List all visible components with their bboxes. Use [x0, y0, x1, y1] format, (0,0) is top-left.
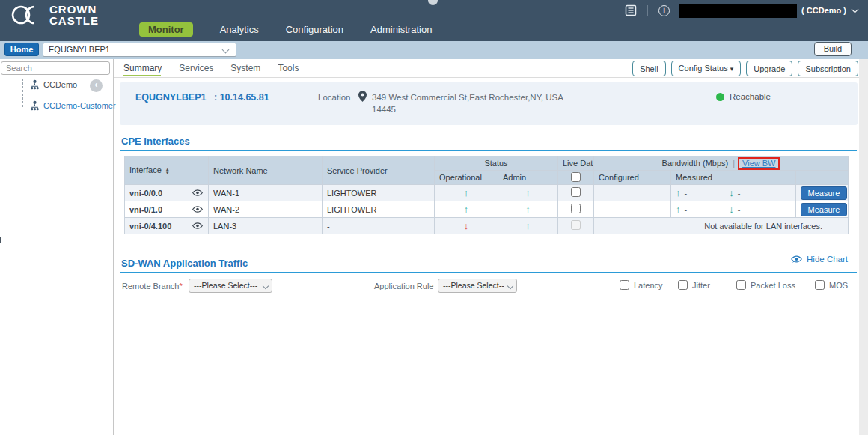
nav-item-administration[interactable]: Administration	[370, 24, 432, 35]
tab-system[interactable]: System	[230, 63, 260, 73]
jitter-checkbox-group[interactable]: Jitter	[678, 280, 710, 290]
search-input[interactable]	[1, 61, 110, 75]
upload-value: -	[685, 205, 688, 214]
home-button[interactable]: Home	[4, 43, 39, 56]
location-label: Location	[318, 93, 350, 102]
download-arrow-icon: ↓	[729, 204, 734, 215]
report-icon[interactable]	[625, 4, 637, 16]
measured-bandwidth-cell: ↑- ↓-	[676, 204, 791, 215]
measure-button[interactable]: Measure	[801, 186, 847, 200]
tree-node-ccdemo[interactable]: CCDemo	[30, 79, 77, 90]
build-button[interactable]: Build	[814, 42, 852, 56]
tab-tools[interactable]: Tools	[278, 63, 299, 73]
mos-checkbox[interactable]	[815, 280, 825, 290]
live-data-checkbox[interactable]	[571, 204, 581, 213]
network-name-cell: WAN-2	[209, 201, 323, 218]
operational-status-up-icon: ↑	[464, 187, 469, 198]
jitter-checkbox[interactable]	[678, 280, 688, 290]
column-header-measured: Measured	[671, 171, 796, 185]
service-provider-cell: LIGHTOWER	[323, 185, 435, 201]
interface-name: vni-0/0.0	[129, 189, 162, 198]
scrollbar-track[interactable]	[859, 59, 868, 435]
icon-separator	[647, 5, 648, 16]
account-label[interactable]: ( CCDemo )	[801, 6, 846, 15]
hierarchy-icon	[30, 100, 40, 111]
column-header-network-name: Network Name	[209, 156, 323, 185]
download-value: -	[738, 189, 741, 198]
service-provider-cell: LIGHTOWER	[323, 201, 435, 218]
upload-value: -	[685, 189, 688, 198]
crown-castle-logo-icon	[10, 4, 45, 26]
network-name-cell: LAN-3	[209, 218, 323, 234]
chevron-down-icon	[263, 283, 269, 289]
tabs-row-divider	[114, 77, 859, 78]
sidebar: CCDemo ‹ CCDemo-Customer	[0, 59, 114, 435]
device-selector-dropdown[interactable]: EQUGNYLBEP1	[43, 43, 236, 57]
chevron-down-icon[interactable]	[852, 5, 859, 13]
download-arrow-icon: ↓	[729, 187, 734, 198]
eye-icon	[790, 255, 803, 264]
config-status-button[interactable]: Config Status ▾	[671, 61, 742, 76]
cpe-interfaces-title: CPE Interfaces	[121, 136, 190, 147]
crown-castle-logo-text: CROWN CASTLE	[49, 4, 99, 26]
tab-services[interactable]: Services	[179, 63, 213, 73]
measure-button[interactable]: Measure	[801, 203, 847, 216]
sort-icon[interactable]: ▲▼	[165, 168, 170, 175]
upgrade-button[interactable]: Upgrade	[746, 61, 792, 76]
nav-item-analytics[interactable]: Analytics	[220, 24, 259, 35]
status-text: Reachable	[730, 92, 771, 101]
mos-label: MOS	[829, 281, 848, 290]
eye-icon[interactable]	[192, 205, 204, 213]
shell-button[interactable]: Shell	[632, 61, 665, 76]
tree-node-label[interactable]: CCDemo-Customer	[43, 101, 116, 110]
packet-loss-checkbox-group[interactable]: Packet Loss	[736, 280, 795, 290]
header-divider: |	[733, 159, 735, 168]
subscription-button[interactable]: Subscription	[798, 61, 858, 76]
admin-status-up-icon: ↑	[525, 220, 531, 231]
latency-checkbox-group[interactable]: Latency	[620, 280, 663, 290]
device-name[interactable]: EQUGNYLBEP1	[135, 92, 206, 103]
config-status-label: Config Status	[679, 64, 728, 73]
upload-arrow-icon: ↑	[676, 187, 681, 198]
nav-item-configuration[interactable]: Configuration	[286, 24, 343, 35]
mos-checkbox-group[interactable]: MOS	[815, 280, 848, 290]
column-header-interface[interactable]: Interface▲▼	[125, 156, 209, 185]
lan-not-available-note: Not available for LAN interfaces.	[594, 218, 849, 234]
column-header-service-provider: Service Provider	[323, 156, 435, 185]
eye-icon[interactable]	[192, 189, 204, 197]
nav-item-monitor[interactable]: Monitor	[139, 22, 193, 37]
live-data-select-all	[558, 171, 594, 185]
tree-node-ccdemo-customer[interactable]: CCDemo-Customer	[30, 100, 116, 111]
hide-chart-toggle[interactable]: Hide Chart	[790, 255, 848, 264]
cpe-interfaces-table: Interface▲▼ Network Name Service Provide…	[124, 156, 849, 234]
chevron-down-icon	[507, 283, 513, 289]
live-data-checkbox[interactable]	[571, 187, 581, 197]
column-header-operational: Operational	[435, 171, 498, 185]
live-data-checkbox-disabled	[571, 220, 581, 230]
left-edge-mark	[0, 237, 1, 243]
latency-label: Latency	[634, 281, 663, 290]
column-label: Interface	[129, 165, 162, 174]
interface-name: vni-0/1.0	[129, 205, 162, 214]
info-icon[interactable]: i	[658, 5, 670, 16]
packet-loss-checkbox[interactable]	[736, 280, 746, 290]
latency-checkbox[interactable]	[620, 280, 629, 290]
view-bw-link[interactable]: View BW	[738, 157, 780, 170]
crown-castle-logo: CROWN CASTLE	[10, 4, 99, 26]
live-data-select-all-checkbox[interactable]	[571, 172, 581, 182]
sdwan-controls: Remote Branch* ---Please Select--- Appli…	[0, 278, 868, 294]
collapse-back-icon[interactable]: ‹	[90, 79, 103, 92]
remote-branch-label: Remote Branch*	[122, 282, 183, 290]
admin-status-up-icon: ↑	[525, 204, 531, 215]
device-info-panel: EQUGNYLBEP1 : 10.14.65.81 Location 349 W…	[120, 82, 858, 125]
eye-icon[interactable]	[192, 222, 204, 230]
configured-bandwidth-cell	[594, 185, 671, 201]
tab-summary[interactable]: Summary	[123, 63, 162, 73]
tree-node-label[interactable]: CCDemo	[43, 80, 77, 89]
service-provider-cell: -	[323, 218, 435, 234]
application-rule-dropdown[interactable]: ---Please Select---	[438, 279, 517, 293]
column-header-actions	[796, 171, 849, 185]
remote-branch-dropdown[interactable]: ---Please Select---	[189, 279, 272, 293]
hide-chart-label: Hide Chart	[807, 255, 848, 264]
sdwan-section-divider	[120, 272, 857, 273]
